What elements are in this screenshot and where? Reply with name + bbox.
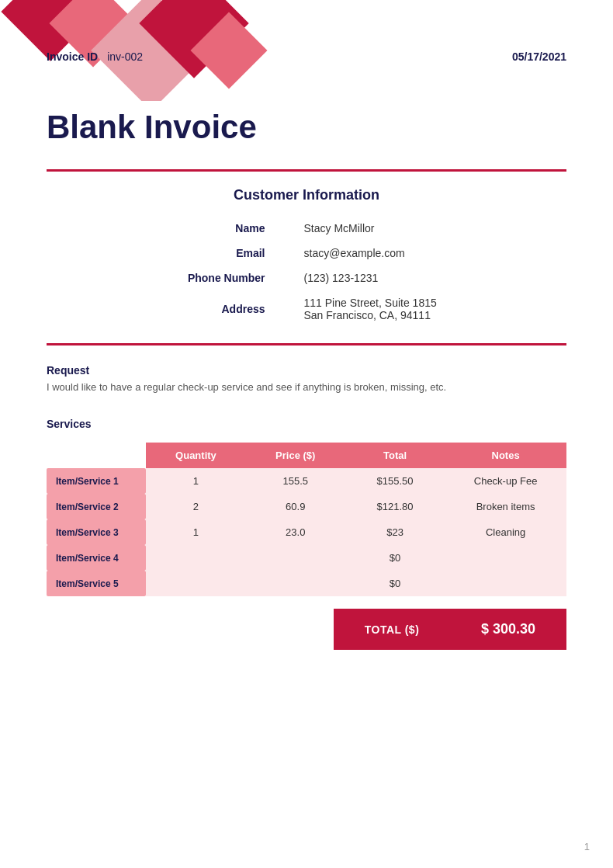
service-quantity (146, 545, 245, 571)
col-quantity: Quantity (146, 443, 245, 468)
table-row: Item/Service 5 $0 (47, 571, 566, 596)
address-line2: San Francisco, CA, 94111 (304, 309, 431, 321)
service-total: $0 (345, 545, 445, 571)
service-notes (445, 545, 566, 571)
service-price: 60.9 (246, 494, 345, 519)
customer-section: Customer Information Name Stacy McMillor… (47, 187, 566, 328)
phone-label: Phone Number (47, 266, 281, 290)
invoice-id-value: inv-002 (107, 50, 143, 63)
customer-name-row: Name Stacy McMillor (47, 216, 566, 241)
col-total: Total (345, 443, 445, 468)
service-label: Item/Service 3 (47, 519, 146, 545)
table-row: Item/Service 4 $0 (47, 545, 566, 571)
col-notes: Notes (445, 443, 566, 468)
invoice-title: Blank Invoice (47, 109, 566, 146)
service-price: 155.5 (246, 468, 345, 494)
service-total: $23 (345, 519, 445, 545)
address-value: 111 Pine Street, Suite 1815 San Francisc… (281, 290, 567, 328)
address-line1: 111 Pine Street, Suite 1815 (304, 297, 437, 309)
service-quantity (146, 571, 245, 596)
service-price (246, 545, 345, 571)
customer-phone-row: Phone Number (123) 123-1231 (47, 266, 566, 290)
invoice-meta: Invoice ID inv-002 05/17/2021 (0, 50, 613, 63)
invoice-id-label: Invoice ID (47, 50, 98, 63)
phone-value: (123) 123-1231 (281, 266, 567, 290)
service-label: Item/Service 1 (47, 468, 146, 494)
table-row: Item/Service 2 2 60.9 $121.80 Broken ite… (47, 494, 566, 519)
service-total: $155.50 (345, 468, 445, 494)
email-label: Email (47, 241, 281, 266)
services-label: Services (47, 418, 566, 430)
service-price: 23.0 (246, 519, 345, 545)
service-quantity: 1 (146, 468, 245, 494)
invoice-date: 05/17/2021 (512, 50, 566, 63)
col-item (47, 443, 146, 468)
services-table: Quantity Price ($) Total Notes Item/Serv… (47, 443, 566, 596)
name-value: Stacy McMillor (281, 216, 567, 241)
customer-section-title: Customer Information (47, 187, 566, 203)
service-total: $0 (345, 571, 445, 596)
service-notes: Check-up Fee (445, 468, 566, 494)
request-text: I would like to have a regular check-up … (47, 381, 566, 393)
service-total: $121.80 (345, 494, 445, 519)
services-header-row: Quantity Price ($) Total Notes (47, 443, 566, 468)
service-notes (445, 571, 566, 596)
total-box: TOTAL ($) $ 300.30 (334, 609, 566, 650)
service-quantity: 2 (146, 494, 245, 519)
service-quantity: 1 (146, 519, 245, 545)
service-label: Item/Service 2 (47, 494, 146, 519)
main-content: Blank Invoice Customer Information Name … (47, 109, 566, 681)
top-divider (47, 169, 566, 172)
total-label: TOTAL ($) (334, 611, 450, 648)
bottom-divider (47, 343, 566, 345)
service-notes: Cleaning (445, 519, 566, 545)
page-number: 1 (584, 841, 590, 852)
invoice-id-block: Invoice ID inv-002 (47, 50, 143, 63)
name-label: Name (47, 216, 281, 241)
services-section: Services Quantity Price ($) Total Notes … (47, 418, 566, 650)
total-row: TOTAL ($) $ 300.30 (47, 609, 566, 650)
service-price (246, 571, 345, 596)
request-section: Request I would like to have a regular c… (47, 364, 566, 393)
customer-table: Name Stacy McMillor Email stacy@example.… (47, 216, 566, 328)
service-label: Item/Service 4 (47, 545, 146, 571)
service-notes: Broken items (445, 494, 566, 519)
customer-email-row: Email stacy@example.com (47, 241, 566, 266)
request-label: Request (47, 364, 566, 377)
total-value: $ 300.30 (450, 609, 566, 650)
address-label: Address (47, 290, 281, 328)
customer-address-row: Address 111 Pine Street, Suite 1815 San … (47, 290, 566, 328)
email-value: stacy@example.com (281, 241, 567, 266)
table-row: Item/Service 3 1 23.0 $23 Cleaning (47, 519, 566, 545)
col-price: Price ($) (246, 443, 345, 468)
service-label: Item/Service 5 (47, 571, 146, 596)
table-row: Item/Service 1 1 155.5 $155.50 Check-up … (47, 468, 566, 494)
